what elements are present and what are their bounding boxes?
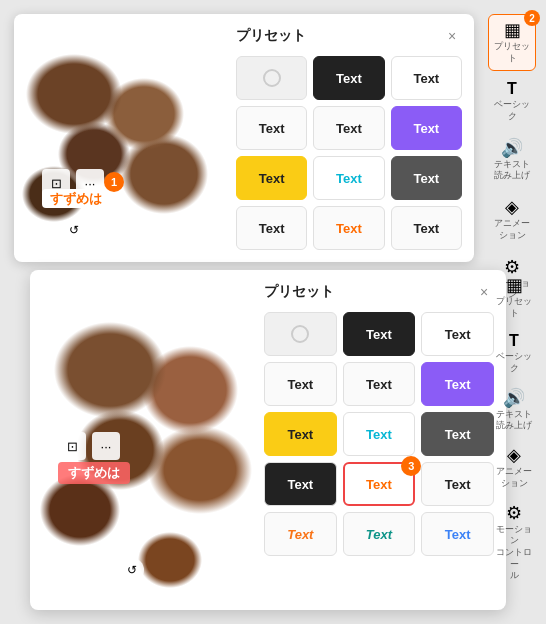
preset-cell-teal-bottom[interactable]: Text — [343, 512, 416, 556]
preset-cell-dark-bottom[interactable]: Text — [264, 462, 337, 506]
preset-cell-yellow-bottom[interactable]: Text — [264, 412, 337, 456]
preset-text-partial3-top: Text — [413, 221, 439, 236]
animate-icon-bottom: ◈ — [507, 446, 521, 464]
preset-text-purple-bottom: Text — [445, 377, 471, 392]
more-tool-btn-bottom[interactable]: ··· — [92, 432, 120, 460]
preset-title-top: プリセット — [236, 27, 306, 45]
preset-text-outline-bottom: Text — [445, 427, 471, 442]
preset-grid-top: Text Text Text Text Text Text Text — [236, 56, 462, 250]
sidebar-tts-top[interactable]: 🔊 テキスト 読み上げ — [488, 133, 536, 188]
sidebar-preset-label-bottom: プリセット — [494, 296, 534, 319]
disabled-icon-top — [263, 69, 281, 87]
preset-cell-purple-top[interactable]: Text — [391, 106, 462, 150]
basic-icon-top: T — [507, 81, 517, 97]
preset-cell-cyan-top[interactable]: Text — [313, 156, 384, 200]
preset-icon-top: ▦ — [504, 21, 521, 39]
sidebar-basic-top[interactable]: T ベーシック — [488, 75, 536, 128]
preset-text-white-top: Text — [336, 71, 362, 86]
preset-cell-white-bottom[interactable]: Text — [343, 312, 416, 356]
sidebar-preset-label-top: プリセット — [493, 41, 531, 64]
canvas-top: ⊡ ··· すずめは 1 ↺ — [14, 14, 224, 262]
motion-icon-bottom: ⚙ — [506, 504, 522, 522]
preset-cell-partial1-top[interactable]: Text — [236, 206, 307, 250]
preset-text-plain2-bottom: Text — [445, 477, 471, 492]
preset-cell-black-bottom[interactable]: Text — [421, 312, 494, 356]
animate-icon-top: ◈ — [505, 198, 519, 216]
preset-cell-yellow-top[interactable]: Text — [236, 156, 307, 200]
sidebar-motion-bottom[interactable]: ⚙ モーション コントロー ル — [490, 498, 538, 588]
preset-cell-bold-bottom[interactable]: Text — [264, 362, 337, 406]
preset-text-teal-bottom: Text — [366, 527, 392, 542]
sidebar-motion-label-bottom: モーション コントロー ル — [494, 524, 534, 582]
top-panel: ⊡ ··· すずめは 1 ↺ プリセット × Text Text — [14, 14, 474, 262]
canvas-bg-top — [14, 14, 224, 262]
preset-text-partial1-top: Text — [259, 221, 285, 236]
preset-header-top: プリセット × — [236, 26, 462, 46]
preset-cell-black-top[interactable]: Text — [391, 56, 462, 100]
sidebar-tts-label-bottom: テキスト 読み上げ — [496, 409, 532, 432]
sidebar-basic-bottom[interactable]: T ベーシック — [490, 327, 538, 380]
preset-panel-bottom: プリセット × Text Text Text Text Text — [252, 270, 506, 610]
preset-text-bold2-top: Text — [336, 121, 362, 136]
preset-text-dark-bottom: Text — [287, 477, 313, 492]
preset-cell-white-top[interactable]: Text — [313, 56, 384, 100]
sidebar-tts-bottom[interactable]: 🔊 テキスト 読み上げ — [490, 383, 538, 438]
tool-row-bottom: ⊡ ··· — [58, 432, 120, 460]
badge-1: 1 — [104, 172, 124, 192]
preset-cell-plain2-bottom[interactable]: Text — [421, 462, 494, 506]
tts-icon-bottom: 🔊 — [503, 389, 525, 407]
preset-text-bold-top: Text — [259, 121, 285, 136]
preset-cell-purple-bottom[interactable]: Text — [421, 362, 494, 406]
preset-cell-outline-top[interactable]: Text — [391, 156, 462, 200]
preset-cell-outline-bottom[interactable]: Text — [421, 412, 494, 456]
preset-text-yellow-bottom: Text — [287, 427, 313, 442]
sidebar-animate-bottom[interactable]: ◈ アニメー ション — [490, 440, 538, 495]
preset-cell-partial3-top[interactable]: Text — [391, 206, 462, 250]
preset-text-yellow-top: Text — [259, 171, 285, 186]
refresh-btn-top[interactable]: ↺ — [62, 218, 86, 242]
preset-icon-bottom: ▦ — [506, 276, 523, 294]
canvas-bottom: ⊡ ··· すずめは ↺ — [30, 270, 252, 610]
sidebar-tts-label-top: テキスト 読み上げ — [494, 159, 530, 182]
copy-tool-btn-bottom[interactable]: ⊡ — [58, 432, 86, 460]
canvas-text-label-bottom: すずめは — [58, 462, 130, 484]
preset-text-white-bottom: Text — [366, 327, 392, 342]
sidebar-animate-top[interactable]: ◈ アニメー ション — [488, 192, 536, 247]
preset-cell-orange-bottom[interactable]: Text — [264, 512, 337, 556]
preset-cell-disabled-top[interactable] — [236, 56, 307, 100]
preset-cell-bold2-top[interactable]: Text — [313, 106, 384, 150]
preset-text-bold2-bottom: Text — [366, 377, 392, 392]
sidebar-animate-label-bottom: アニメー ション — [496, 466, 532, 489]
preset-text-blue-bottom: Text — [445, 527, 471, 542]
preset-text-black-bottom: Text — [445, 327, 471, 342]
close-btn-top[interactable]: × — [442, 26, 462, 46]
preset-cell-partial2-top[interactable]: Text — [313, 206, 384, 250]
disabled-icon-bottom — [291, 325, 309, 343]
refresh-btn-bottom[interactable]: ↺ — [120, 558, 144, 582]
preset-text-orange-bottom: Text — [287, 527, 313, 542]
preset-header-bottom: プリセット × — [264, 282, 494, 302]
preset-text-partial2-top: Text — [336, 221, 362, 236]
preset-grid-bottom: Text Text Text Text Text Text Text — [264, 312, 494, 556]
preset-text-cyan-bottom: Text — [366, 427, 392, 442]
sidebar-basic-label-bottom: ベーシック — [494, 351, 534, 374]
basic-icon-bottom: T — [509, 333, 519, 349]
sidebar-basic-label-top: ベーシック — [492, 99, 532, 122]
preset-cell-disabled-bottom[interactable] — [264, 312, 337, 356]
preset-text-highlighted-bottom: Text — [366, 477, 392, 492]
sidebar-preset-bottom[interactable]: ▦ プリセット — [490, 270, 538, 325]
sidebar-right-top: ▦ プリセット 2 T ベーシック 🔊 テキスト 読み上げ ◈ アニメー ション… — [486, 14, 538, 307]
bottom-panel: ⊡ ··· すずめは ↺ プリセット × Text Text Text — [30, 270, 506, 610]
preset-cell-cyan-bottom[interactable]: Text — [343, 412, 416, 456]
preset-cell-blue-bottom[interactable]: Text — [421, 512, 494, 556]
sidebar-right-bottom: ▦ プリセット T ベーシック 🔊 テキスト 読み上げ ◈ アニメー ション ⚙… — [488, 270, 540, 588]
preset-cell-bold-top[interactable]: Text — [236, 106, 307, 150]
preset-panel-top: プリセット × Text Text Text Text Text — [224, 14, 474, 262]
preset-text-black-top: Text — [413, 71, 439, 86]
preset-cell-highlighted-bottom[interactable]: Text 3 — [343, 462, 416, 506]
sidebar-badge-2: 2 — [524, 10, 540, 26]
preset-text-bold-bottom: Text — [287, 377, 313, 392]
preset-text-outline-top: Text — [413, 171, 439, 186]
preset-cell-bold2-bottom[interactable]: Text — [343, 362, 416, 406]
preset-text-cyan-top: Text — [336, 171, 362, 186]
